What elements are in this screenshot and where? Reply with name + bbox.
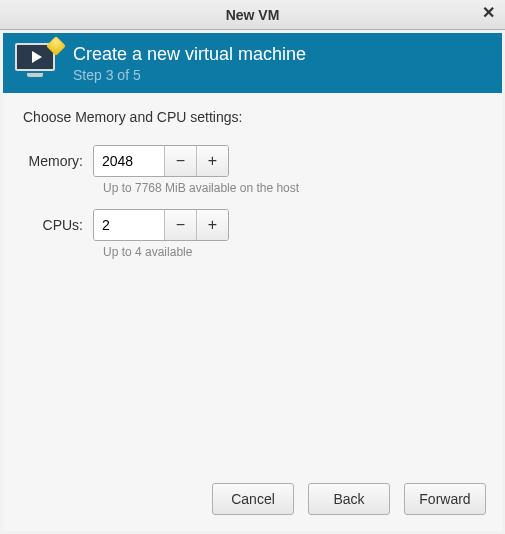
cpus-row: CPUs: − + bbox=[23, 209, 482, 241]
window-title: New VM bbox=[226, 7, 280, 23]
back-button[interactable]: Back bbox=[308, 483, 390, 515]
vm-icon bbox=[15, 43, 59, 83]
memory-decrement-button[interactable]: − bbox=[164, 146, 196, 176]
memory-hint: Up to 7768 MiB available on the host bbox=[103, 181, 482, 195]
memory-label: Memory: bbox=[23, 153, 93, 169]
memory-input[interactable] bbox=[94, 146, 164, 176]
close-icon[interactable]: ✕ bbox=[482, 5, 495, 21]
wizard-step: Step 3 of 5 bbox=[73, 67, 306, 83]
cpus-input[interactable] bbox=[94, 210, 164, 240]
cpus-spinner: − + bbox=[93, 209, 229, 241]
forward-button[interactable]: Forward bbox=[404, 483, 486, 515]
cpus-hint: Up to 4 available bbox=[103, 245, 482, 259]
cancel-button[interactable]: Cancel bbox=[212, 483, 294, 515]
new-vm-dialog: New VM ✕ Create a new virtual machine St… bbox=[0, 0, 505, 534]
titlebar: New VM ✕ bbox=[0, 0, 505, 30]
memory-spinner: − + bbox=[93, 145, 229, 177]
wizard-title: Create a new virtual machine bbox=[73, 44, 306, 65]
instruction-text: Choose Memory and CPU settings: bbox=[23, 109, 482, 125]
cpus-label: CPUs: bbox=[23, 217, 93, 233]
cpus-decrement-button[interactable]: − bbox=[164, 210, 196, 240]
wizard-body: Choose Memory and CPU settings: Memory: … bbox=[3, 93, 502, 471]
wizard-footer: Cancel Back Forward bbox=[3, 471, 502, 531]
memory-increment-button[interactable]: + bbox=[196, 146, 228, 176]
memory-row: Memory: − + bbox=[23, 145, 482, 177]
wizard-header: Create a new virtual machine Step 3 of 5 bbox=[3, 33, 502, 93]
cpus-increment-button[interactable]: + bbox=[196, 210, 228, 240]
